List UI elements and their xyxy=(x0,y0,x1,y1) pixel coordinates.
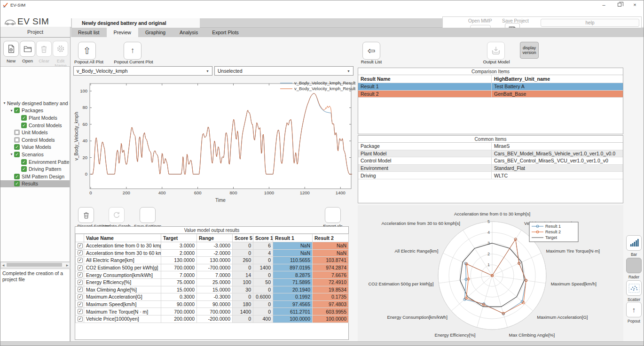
save-settings-button[interactable] xyxy=(140,207,156,223)
velocity-line-chart: 0200400600800100012001400020406080100Tim… xyxy=(73,77,355,206)
common-item-value: Standard_Flat xyxy=(492,165,623,172)
expand-arrow-icon[interactable]: ▾ xyxy=(9,152,14,156)
plot-series-dropdown[interactable]: v_Body_Velocity_kmph ▼ xyxy=(73,66,212,76)
tab-analysis[interactable]: Analysis xyxy=(173,28,205,37)
tree-item[interactable]: ✓Control Models xyxy=(0,122,70,129)
svg-text:2: 2 xyxy=(487,252,490,256)
tree-item[interactable]: ▾✓Scenarios xyxy=(0,151,70,158)
popout-all-plot-button[interactable]: ⇧ xyxy=(78,42,96,60)
update-graph-button[interactable] xyxy=(109,207,125,223)
tree-item-label: Driving Pattern xyxy=(29,166,61,172)
discard-settings-button[interactable] xyxy=(78,207,94,223)
row-checkbox[interactable]: ✓ xyxy=(78,316,83,322)
table-cell: 7.0000 xyxy=(161,271,197,279)
refresh-icon xyxy=(112,211,121,219)
tree-checkbox[interactable]: ✓ xyxy=(14,144,20,150)
result-list-button[interactable]: ⇦ xyxy=(362,42,380,60)
scroll-left-icon[interactable]: ◀ xyxy=(1,263,6,267)
row-checkbox[interactable]: ✓ xyxy=(78,243,83,248)
tree-checkbox[interactable] xyxy=(14,137,20,143)
row-checkbox[interactable]: ✓ xyxy=(78,302,83,307)
tree-checkbox[interactable]: ✓ xyxy=(21,115,27,121)
popout-current-plot-label: Popout Current Plot xyxy=(108,60,159,64)
table-cell: 90.0000 xyxy=(161,300,197,308)
tree-item[interactable]: ✓Value Models xyxy=(0,144,70,151)
table-cell: 110.5655 xyxy=(273,257,313,264)
common-items-caption: Common Items xyxy=(358,136,623,143)
output-model-button[interactable] xyxy=(487,42,505,60)
plot-series-2-value: Unselected xyxy=(218,68,243,74)
tab-result-list[interactable]: Result list xyxy=(71,28,107,37)
tree-checkbox[interactable]: ✓ xyxy=(14,181,20,186)
tab-graphing[interactable]: Graphing xyxy=(138,28,173,37)
table-cell: 0.1735 xyxy=(313,293,349,301)
comparison-row[interactable]: Result 1Test Battery A xyxy=(358,83,623,91)
tab-preview[interactable]: Preview xyxy=(107,28,138,37)
table-cell: 100.0000 xyxy=(313,315,349,323)
help-button[interactable]: help xyxy=(541,19,639,27)
tree-item[interactable]: Unit Models xyxy=(0,129,70,136)
table-cell: Vehicle Price[10000yen] xyxy=(84,315,161,323)
row-checkbox[interactable]: ✓ xyxy=(78,287,83,292)
open-project-button[interactable] xyxy=(20,41,35,57)
row-checkbox[interactable]: ✓ xyxy=(78,294,83,300)
svg-text:800: 800 xyxy=(230,190,237,195)
popout-chart-button[interactable]: ↑ xyxy=(626,302,642,317)
tree-checkbox[interactable]: ✓ xyxy=(14,108,20,113)
tree-horizontal-scrollbar[interactable]: ◀ ▶ xyxy=(0,262,70,268)
radar-button-label: Rader xyxy=(623,275,644,279)
radar-chart-button[interactable] xyxy=(626,258,642,273)
scroll-right-icon[interactable]: ▶ xyxy=(65,263,70,267)
row-checkbox[interactable]: ✓ xyxy=(78,272,83,277)
row-checkbox[interactable]: ✓ xyxy=(78,309,83,314)
comparison-row[interactable]: Result 2GenBatt_Base xyxy=(358,91,623,98)
row-checkbox[interactable]: ✓ xyxy=(78,265,83,270)
clear-project-button[interactable] xyxy=(36,41,52,57)
table-cell: Energy Efficiency[%] xyxy=(84,278,161,286)
comparison-unit-name: GenBatt_Base xyxy=(492,91,623,98)
tree-item[interactable]: ▾✓Packages xyxy=(0,107,70,115)
tree-item[interactable]: ✓Plant Models xyxy=(0,114,70,122)
tree-item[interactable]: Control Models xyxy=(0,136,70,144)
tree-checkbox[interactable]: ✓ xyxy=(14,152,20,157)
tree-item[interactable]: ✓SIM Pattern Design xyxy=(0,173,70,180)
plot-series-value: v_Body_Velocity_kmph xyxy=(77,68,128,74)
svg-text:Acceleration time from 0 to 30: Acceleration time from 0 to 30 kmph[s] xyxy=(454,211,530,216)
tree-item[interactable]: ▾Newly designed battery and original xyxy=(0,100,70,107)
minimize-button[interactable]: – xyxy=(596,1,612,9)
tree-item[interactable]: ✓Environment Pattern xyxy=(0,158,70,166)
row-checkbox[interactable]: ✓ xyxy=(78,258,83,263)
row-checkbox[interactable]: ✓ xyxy=(78,280,83,285)
tree-checkbox[interactable]: ✓ xyxy=(21,159,27,165)
export-xls-button[interactable] xyxy=(325,207,341,223)
svg-text:1: 1 xyxy=(487,262,490,267)
tree-item[interactable]: ✓Driving Pattern xyxy=(0,165,70,173)
edit-name-button[interactable] xyxy=(53,41,68,57)
tree-checkbox[interactable]: ✓ xyxy=(14,174,20,179)
document-tab[interactable]: Newly designed battery and original xyxy=(72,18,200,28)
output-model-label: Output Model xyxy=(468,60,525,64)
svg-text:100: 100 xyxy=(80,88,87,93)
tab-export-plots[interactable]: Export Plots xyxy=(205,28,246,37)
chevron-down-icon: ▼ xyxy=(206,69,209,73)
tree-checkbox[interactable]: ✓ xyxy=(21,166,27,172)
display-version-button[interactable]: display version xyxy=(520,42,539,59)
table-cell: 100 xyxy=(233,278,253,286)
bar-chart-button[interactable] xyxy=(626,235,642,251)
restore-button[interactable] xyxy=(612,1,627,9)
row-checkbox[interactable]: ✓ xyxy=(78,250,83,255)
scrollbar-thumb[interactable] xyxy=(7,263,62,267)
new-project-button[interactable] xyxy=(3,41,19,57)
svg-text:v_Body_Velocity_kmph_Result 2: v_Body_Velocity_kmph_Result 2 xyxy=(294,86,355,91)
scatter-chart-button[interactable] xyxy=(626,280,642,296)
expand-arrow-icon[interactable]: ▾ xyxy=(2,101,7,105)
svg-text:Energy Efficiency[%]: Energy Efficiency[%] xyxy=(435,332,476,338)
tree-item[interactable]: ✓Results xyxy=(0,180,70,188)
plot-series-dropdown-2[interactable]: Unselected ▼ xyxy=(214,66,353,76)
close-button[interactable]: × xyxy=(627,1,643,9)
tree-checkbox[interactable] xyxy=(14,130,20,135)
tree-checkbox[interactable]: ✓ xyxy=(21,123,27,128)
popout-current-plot-button[interactable]: ↑ xyxy=(124,42,141,60)
comparison-result-name: Result 1 xyxy=(358,83,492,90)
expand-arrow-icon[interactable]: ▾ xyxy=(9,108,14,113)
